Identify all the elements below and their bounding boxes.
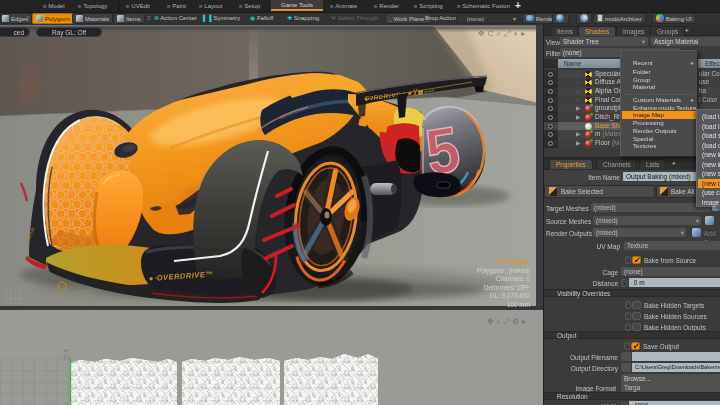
- svg-text:+v: +v: [63, 347, 69, 353]
- svg-text:✥⌕⤢⚙▸: ✥⌕⤢⚙▸: [487, 317, 528, 326]
- svg-text:1.0: 1.0: [63, 354, 70, 360]
